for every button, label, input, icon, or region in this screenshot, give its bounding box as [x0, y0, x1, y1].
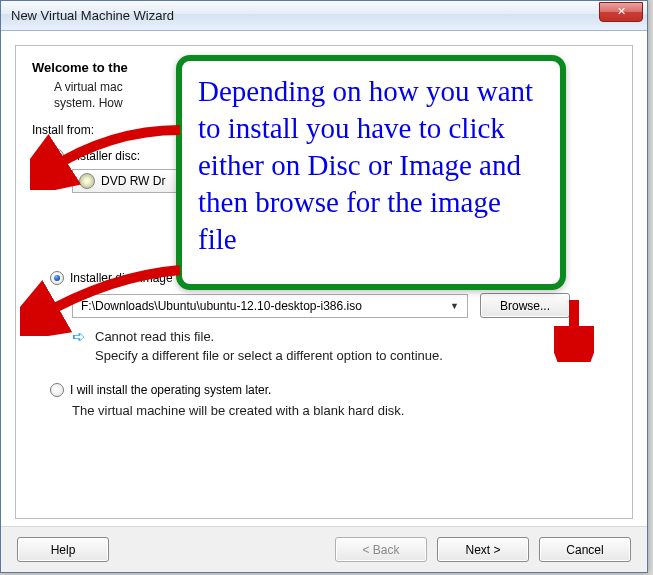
cancel-button[interactable]: Cancel [539, 537, 631, 562]
subhead-line-1: A virtual mac [54, 80, 123, 94]
radio-icon [50, 149, 64, 163]
radio-icon [50, 271, 64, 285]
titlebar: New Virtual Machine Wizard ✕ [1, 1, 647, 31]
iso-warning-line-2: Specify a different file or select a dif… [95, 348, 443, 363]
install-later-note: The virtual machine will be created with… [72, 403, 616, 418]
option-installer-disc-label: Installer disc: [70, 149, 140, 163]
iso-path-text: F:\Downloads\Ubuntu\ubuntu-12.10-desktop… [81, 299, 362, 313]
iso-warning-line-1: Cannot read this file. [95, 329, 214, 344]
chevron-down-icon: ▼ [450, 301, 459, 311]
radio-icon [50, 383, 64, 397]
iso-warning: ➪ Cannot read this file. Specify a diffe… [72, 328, 616, 364]
annotation-text: Depending on how you want to install you… [198, 73, 544, 259]
subhead-line-2: system. How [54, 96, 123, 110]
help-button[interactable]: Help [17, 537, 109, 562]
button-bar: Help < Back Next > Cancel [1, 526, 647, 572]
next-button[interactable]: Next > [437, 537, 529, 562]
info-arrow-icon: ➪ [72, 329, 85, 345]
disc-icon [79, 173, 95, 189]
back-button: < Back [335, 537, 427, 562]
annotation-callout: Depending on how you want to install you… [176, 55, 566, 290]
window-title: New Virtual Machine Wizard [11, 8, 174, 23]
close-button[interactable]: ✕ [599, 2, 643, 22]
iso-path-dropdown[interactable]: F:\Downloads\Ubuntu\ubuntu-12.10-desktop… [72, 294, 468, 318]
drive-dropdown-text: DVD RW Dr [101, 174, 165, 188]
browse-button[interactable]: Browse... [480, 293, 570, 318]
option-install-later[interactable]: I will install the operating system late… [50, 383, 616, 397]
option-install-later-label: I will install the operating system late… [70, 383, 271, 397]
